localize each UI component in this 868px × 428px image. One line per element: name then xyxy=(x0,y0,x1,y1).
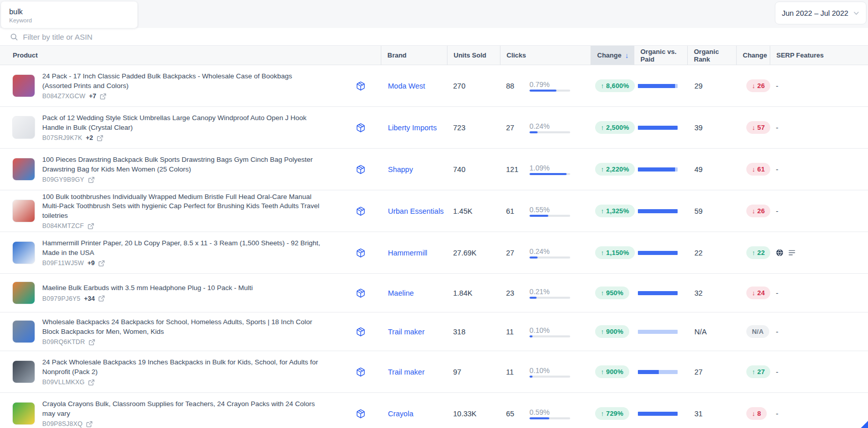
package-icon[interactable] xyxy=(356,81,366,91)
brand-link[interactable]: Trail maker xyxy=(388,368,425,376)
keyword-card: bulk Keyword xyxy=(1,2,137,28)
brand-link[interactable]: Trail maker xyxy=(388,328,425,336)
click-share: 0.24% xyxy=(529,122,570,133)
units-sold-value: 740 xyxy=(453,165,465,174)
product-thumbnail xyxy=(12,241,35,264)
column-header-clicks[interactable]: Clicks xyxy=(500,46,591,65)
package-icon[interactable] xyxy=(356,206,366,216)
column-header-product[interactable]: Product xyxy=(0,46,381,65)
external-link-icon[interactable] xyxy=(98,295,105,302)
asin-variant-count[interactable]: +2 xyxy=(86,134,93,141)
serp-features-value: - xyxy=(776,124,778,132)
column-header-organic-rank[interactable]: Organic Rank xyxy=(687,46,736,65)
organic-vs-paid-bar xyxy=(638,251,678,255)
asin-variant-count[interactable]: +34 xyxy=(84,295,95,302)
product-asin: B0979PJ6Y5 xyxy=(42,295,80,302)
click-share-value: 0.79% xyxy=(529,80,570,89)
change-badge: ↑ 1,150% xyxy=(595,246,635,259)
serp-features-value: - xyxy=(776,207,778,215)
column-header-organic-vs-paid[interactable]: Organic vs. Paid xyxy=(634,46,687,65)
serp-feature-editorial-icon xyxy=(788,249,796,256)
product-cell: 100 Pieces Drawstring Backpack Bulk Spor… xyxy=(0,149,381,190)
rank-change-badge: ↓ 26 xyxy=(746,79,770,92)
package-icon[interactable] xyxy=(356,409,366,418)
rank-change-badge: N/A xyxy=(746,325,769,338)
asin-variant-count[interactable]: +9 xyxy=(88,260,95,267)
organic-rank-value: 39 xyxy=(694,124,703,132)
table-row: Maeline Bulk Earbuds with 3.5 mm Headpho… xyxy=(0,274,868,312)
external-link-icon[interactable] xyxy=(98,260,105,267)
click-share-bar xyxy=(529,335,570,337)
column-header-brand[interactable]: Brand xyxy=(381,46,447,65)
date-range-selector[interactable]: Jun 2022 – Jul 2022 xyxy=(775,2,866,24)
serp-features-value: - xyxy=(776,289,778,297)
top-bar: bulk Keyword Jun 2022 – Jul 2022 xyxy=(0,0,868,28)
click-share-bar xyxy=(529,90,570,92)
click-share-value: 0.24% xyxy=(529,122,570,130)
package-icon[interactable] xyxy=(356,327,366,336)
product-cell: Pack of 12 Wedding Style Stick Umbrellas… xyxy=(0,107,381,148)
change-badge: ↑ 8,600% xyxy=(595,79,635,92)
organic-vs-paid-bar xyxy=(638,330,678,334)
change-badge: ↑ 1,325% xyxy=(595,205,635,217)
external-link-icon[interactable] xyxy=(86,421,93,427)
organic-rank-value: 22 xyxy=(694,249,703,257)
organic-bar-fill xyxy=(638,412,678,416)
product-asin: B09P8SJ8XQ xyxy=(42,420,82,427)
product-thumbnail xyxy=(12,320,35,343)
column-header-rank-change[interactable]: Change xyxy=(736,46,770,65)
table-row: Crayola Crayons Bulk, Classroom Supplies… xyxy=(0,393,868,428)
organic-vs-paid-bar xyxy=(638,209,678,213)
organic-vs-paid-bar xyxy=(638,291,678,295)
package-icon[interactable] xyxy=(356,248,366,258)
table-row: 100 Bulk toothbrushes Individually Wrapp… xyxy=(0,190,868,232)
click-share-bar-fill xyxy=(529,131,538,133)
asin-variant-count[interactable]: +7 xyxy=(89,93,96,100)
product-title: 100 Bulk toothbrushes Individually Wrapp… xyxy=(42,192,321,221)
date-range-value: Jun 2022 – Jul 2022 xyxy=(782,9,849,17)
click-share-bar-fill xyxy=(529,215,548,217)
units-sold-value: 270 xyxy=(453,82,465,90)
brand-link[interactable]: Crayola xyxy=(388,410,413,418)
column-header-serp-features[interactable]: SERP Features xyxy=(770,46,868,65)
units-sold-value: 318 xyxy=(453,328,465,336)
product-title: Pack of 12 Wedding Style Stick Umbrellas… xyxy=(42,113,321,132)
brand-link[interactable]: Liberty Imports xyxy=(388,124,437,132)
rank-change-badge: ↓ 24 xyxy=(746,287,770,299)
filter-input[interactable] xyxy=(23,33,237,41)
package-icon[interactable] xyxy=(356,288,366,298)
serp-features-value: - xyxy=(776,368,778,376)
package-icon[interactable] xyxy=(356,123,366,132)
table-body: 24 Pack - 17 Inch Classic Padded Bulk Ba… xyxy=(0,65,868,428)
package-icon[interactable] xyxy=(356,367,366,377)
click-share: 0.24% xyxy=(529,247,570,259)
product-cell: Hammermill Printer Paper, 20 Lb Copy Pap… xyxy=(0,232,381,273)
external-link-icon[interactable] xyxy=(88,379,95,386)
brand-link[interactable]: Urban Essentials xyxy=(388,207,444,215)
resize-corner[interactable] xyxy=(861,421,868,428)
serp-features-value: - xyxy=(776,82,778,90)
click-share-value: 0.10% xyxy=(529,326,570,334)
brand-link[interactable]: Hammermill xyxy=(388,249,427,257)
rank-change-badge: ↓ 8 xyxy=(746,407,767,420)
brand-link[interactable]: Maeline xyxy=(388,289,414,297)
product-title: Hammermill Printer Paper, 20 Lb Copy Pap… xyxy=(42,239,321,258)
click-share: 0.55% xyxy=(529,206,570,217)
column-header-units-sold[interactable]: Units Sold xyxy=(447,46,500,65)
external-link-icon[interactable] xyxy=(89,339,95,346)
external-link-icon[interactable] xyxy=(88,223,94,230)
external-link-icon[interactable] xyxy=(100,93,106,100)
product-thumbnail xyxy=(12,281,35,304)
package-icon[interactable] xyxy=(356,164,366,174)
click-share-bar xyxy=(529,297,570,299)
click-share-value: 1.09% xyxy=(529,164,570,172)
external-link-icon[interactable] xyxy=(97,135,103,141)
sort-desc-icon: ↓ xyxy=(625,51,629,60)
table-header: Product Brand Units Sold Clicks Change ↓… xyxy=(0,46,868,65)
column-header-change[interactable]: Change ↓ xyxy=(591,46,634,65)
external-link-icon[interactable] xyxy=(88,177,95,183)
brand-link[interactable]: Shappy xyxy=(388,165,413,174)
brand-link[interactable]: Moda West xyxy=(388,82,425,90)
product-thumbnail xyxy=(12,199,35,222)
product-title: Crayola Crayons Bulk, Classroom Supplies… xyxy=(42,400,321,418)
